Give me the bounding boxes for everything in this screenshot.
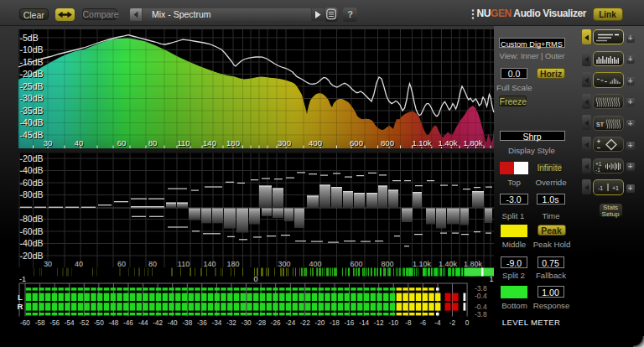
svg-text:400: 400 bbox=[309, 260, 321, 268]
svg-text:1.40k: 1.40k bbox=[439, 260, 458, 268]
svg-text:ST: ST bbox=[596, 121, 605, 127]
svg-text:-32: -32 bbox=[226, 319, 236, 327]
svg-text:-48: -48 bbox=[108, 319, 118, 327]
svg-text:1.80k: 1.80k bbox=[464, 260, 483, 268]
svg-text:R: R bbox=[18, 302, 23, 311]
svg-text:1.40k: 1.40k bbox=[438, 138, 457, 148]
svg-text:-4: -4 bbox=[434, 319, 441, 327]
svg-text:-1: -1 bbox=[19, 275, 26, 283]
svg-text:-25dB: -25dB bbox=[20, 81, 44, 91]
svg-text:-52: -52 bbox=[79, 319, 89, 327]
svg-text:800: 800 bbox=[381, 138, 394, 148]
svg-text:-30dB: -30dB bbox=[20, 93, 44, 103]
svg-text:L: L bbox=[18, 293, 23, 302]
svg-text:1.10k: 1.10k bbox=[413, 260, 432, 268]
svg-text:-80dB: -80dB bbox=[20, 189, 44, 199]
svg-text:-40: -40 bbox=[168, 319, 178, 327]
svg-text:-40dB: -40dB bbox=[20, 117, 44, 127]
svg-text:40: 40 bbox=[75, 260, 83, 268]
svg-text:-40dB: -40dB bbox=[20, 165, 44, 175]
svg-text:-42: -42 bbox=[153, 319, 163, 327]
svg-text:-44: -44 bbox=[138, 319, 148, 327]
svg-text:-50: -50 bbox=[94, 319, 104, 327]
svg-text:180: 180 bbox=[226, 260, 239, 268]
svg-text:1: 1 bbox=[489, 275, 493, 283]
svg-text:-40dB: -40dB bbox=[20, 238, 44, 248]
svg-text:600: 600 bbox=[350, 138, 363, 148]
svg-text:-6: -6 bbox=[420, 319, 427, 327]
svg-text:300: 300 bbox=[278, 260, 290, 268]
svg-text:110: 110 bbox=[177, 138, 190, 148]
svg-text:30: 30 bbox=[44, 260, 52, 268]
svg-text:-45dB: -45dB bbox=[20, 130, 44, 140]
svg-text:-10dB: -10dB bbox=[20, 44, 44, 54]
svg-text:140: 140 bbox=[203, 260, 216, 268]
svg-text:-54: -54 bbox=[65, 319, 75, 327]
svg-text:-30: -30 bbox=[242, 319, 252, 327]
svg-text:-58: -58 bbox=[35, 319, 45, 327]
svg-text:400: 400 bbox=[309, 138, 322, 148]
svg-text:40: 40 bbox=[75, 138, 84, 148]
svg-text:30: 30 bbox=[44, 138, 53, 148]
svg-text:-20dB: -20dB bbox=[20, 69, 44, 79]
svg-text:-15dB: -15dB bbox=[20, 57, 44, 67]
svg-text:-10: -10 bbox=[388, 319, 398, 327]
svg-text:-5dB: -5dB bbox=[20, 33, 39, 43]
svg-text:110: 110 bbox=[178, 260, 190, 268]
svg-text:1.10k: 1.10k bbox=[412, 138, 431, 148]
svg-text:+1: +1 bbox=[595, 161, 602, 167]
svg-text:-8: -8 bbox=[405, 319, 412, 327]
svg-text:600: 600 bbox=[350, 260, 362, 268]
svg-text:-12: -12 bbox=[374, 319, 384, 327]
svg-text:-35dB: -35dB bbox=[20, 106, 44, 116]
svg-text:-18: -18 bbox=[330, 319, 340, 327]
svg-text:-3.8: -3.8 bbox=[475, 310, 487, 319]
svg-text:0: 0 bbox=[253, 275, 257, 283]
svg-text:800: 800 bbox=[381, 260, 393, 268]
svg-text:-26: -26 bbox=[271, 319, 281, 327]
svg-text:-14: -14 bbox=[359, 319, 369, 327]
svg-text:80: 80 bbox=[148, 138, 158, 148]
svg-text:-28: -28 bbox=[256, 319, 266, 327]
svg-text:-2: -2 bbox=[449, 319, 456, 327]
svg-text:1.80k: 1.80k bbox=[463, 138, 482, 148]
svg-text:-60: -60 bbox=[20, 319, 30, 327]
svg-text:60: 60 bbox=[117, 260, 126, 268]
svg-text:-36: -36 bbox=[197, 319, 207, 327]
svg-text:-20dB: -20dB bbox=[20, 153, 44, 163]
svg-text:-20dB: -20dB bbox=[20, 251, 44, 261]
svg-text:60: 60 bbox=[117, 138, 127, 148]
svg-text:-0.4: -0.4 bbox=[475, 292, 487, 300]
svg-text:-38: -38 bbox=[182, 319, 192, 327]
svg-text:0: 0 bbox=[465, 319, 470, 327]
svg-text:-34: -34 bbox=[211, 319, 221, 327]
svg-text:+1: +1 bbox=[612, 185, 619, 191]
svg-text:-1: -1 bbox=[598, 185, 603, 191]
svg-text:-60dB: -60dB bbox=[20, 226, 44, 236]
svg-text:-1: -1 bbox=[595, 167, 600, 173]
svg-text:-16: -16 bbox=[345, 319, 355, 327]
svg-text:-22: -22 bbox=[300, 319, 310, 327]
svg-text:-24: -24 bbox=[285, 319, 295, 327]
svg-text:-56: -56 bbox=[49, 319, 60, 327]
svg-text:140: 140 bbox=[203, 138, 216, 148]
svg-text:-80dB: -80dB bbox=[20, 214, 44, 224]
svg-text:300: 300 bbox=[278, 138, 291, 148]
svg-text:-46: -46 bbox=[123, 319, 133, 327]
svg-text:-20: -20 bbox=[314, 319, 325, 327]
svg-text:-60dB: -60dB bbox=[20, 178, 44, 188]
svg-text:180: 180 bbox=[226, 138, 240, 148]
svg-text:80: 80 bbox=[148, 260, 157, 268]
